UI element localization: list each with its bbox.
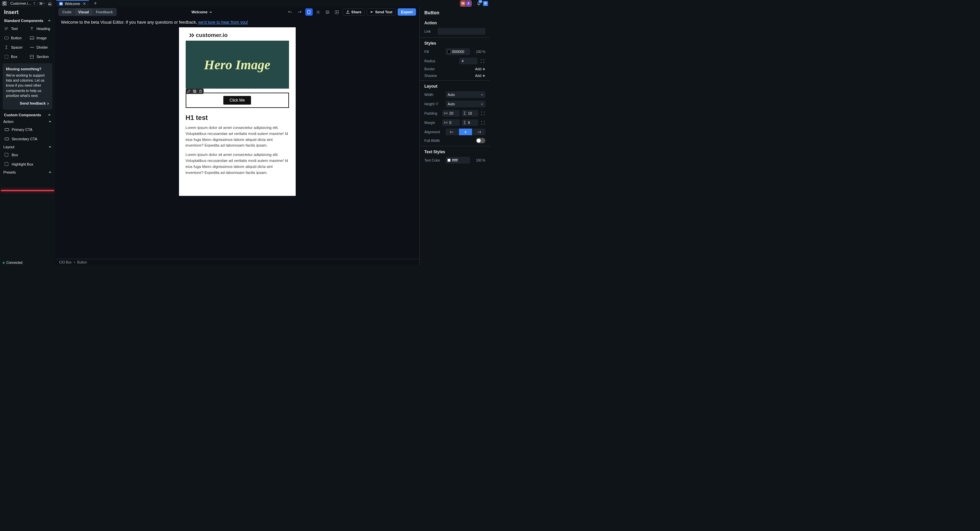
sliders-button[interactable] [324,8,331,16]
crumb[interactable]: Button [77,260,87,264]
mode-visual[interactable]: Visual [75,9,92,15]
component-custom-box[interactable]: Box [0,150,55,160]
margin-v-input[interactable] [462,119,478,126]
mail-icon [59,2,63,6]
align-left[interactable] [445,128,459,135]
alignment-segment [445,128,485,135]
play-button[interactable] [333,8,340,16]
redo-button[interactable] [296,8,303,16]
component-divider[interactable]: Divider [28,43,53,52]
chevron-down-icon [43,3,45,4]
component-heading[interactable]: Heading [28,24,53,33]
link-input[interactable] [438,28,485,35]
component-secondary-cta[interactable]: Secondary CTA [0,134,55,144]
align-center[interactable] [459,128,473,135]
add-border-button[interactable]: Add [475,67,485,71]
notifications-button[interactable]: 19 [477,2,481,6]
duplicate-button[interactable] [192,89,198,94]
new-tab-button[interactable]: + [94,0,97,6]
export-button[interactable]: Export [398,8,416,16]
reset-icon[interactable] [435,102,439,106]
device-button[interactable] [305,8,313,16]
share-button[interactable]: Share [343,8,365,16]
chevron-up-icon [48,113,51,117]
action-group-header[interactable]: Action [0,118,55,125]
radius-input[interactable] [459,58,477,64]
svg-rect-1 [4,37,8,39]
svg-rect-3 [5,55,8,58]
document-title-selector[interactable]: Welcome [119,10,284,14]
layout-group-header[interactable]: Layout [0,144,55,150]
settings-button[interactable] [315,8,322,16]
close-icon[interactable] [83,2,86,5]
text-element[interactable]: Lorem ipsum dolor sit amet consectetur a… [186,125,289,149]
text-element[interactable]: Lorem ipsum dolor sit amet consectetur a… [186,152,289,176]
delete-button[interactable] [198,89,204,94]
heading-icon [30,27,33,31]
component-highlight-box[interactable]: Highlight Box [0,160,55,169]
expand-margin-button[interactable] [480,121,485,125]
align-right[interactable] [472,128,485,135]
component-section[interactable]: Section [28,52,53,61]
svg-rect-15 [193,90,195,92]
height-select[interactable]: Auto [445,101,485,107]
user-avatar[interactable]: B [483,1,488,6]
border-label: Border [424,67,444,71]
layers-button[interactable] [39,1,45,6]
play-icon [335,10,339,14]
tab-welcome[interactable]: Welcome [56,0,89,7]
feedback-link[interactable]: we'd love to hear from you! [198,20,248,25]
presets-group-header[interactable]: Presets [0,169,55,176]
expand-padding-button[interactable] [480,112,485,115]
textcolor-input[interactable]: ffffff [445,157,470,163]
home-button[interactable] [47,1,53,6]
fill-color-input[interactable]: 000000 [445,48,470,55]
padding-v-input[interactable] [462,110,478,117]
presence-avatars[interactable]: M J [460,0,472,7]
component-image[interactable]: Image [28,33,53,43]
component-text[interactable]: Text [2,24,28,33]
missing-body: We're working to support lists and colum… [6,73,49,98]
component-box[interactable]: Box [2,52,28,61]
svg-rect-0 [60,3,62,5]
email-canvas[interactable]: customer.io Hero Image Click Me H1 test … [179,27,296,196]
component-primary-cta[interactable]: Primary CTA [0,125,55,134]
corners-icon [481,112,485,115]
button-slot-selected[interactable]: Click Me [186,93,289,108]
standard-components-header[interactable]: Standard Components [0,17,55,24]
margin-h-input[interactable] [442,119,460,126]
send-test-button[interactable]: Send Test [367,8,396,16]
custom-components-header[interactable]: Custom Components [0,112,55,118]
section-label: Custom Components [4,113,41,117]
padding-h-input[interactable] [442,110,460,117]
inspector-title: Button [420,7,490,17]
box-icon [5,153,8,157]
expand-corners-button[interactable] [479,59,485,63]
textcolor-opacity[interactable]: 100 % [472,159,485,162]
hero-placeholder-text: Hero Image [204,57,270,73]
width-select[interactable]: Auto [445,91,485,98]
device-icon [307,10,311,14]
fullwidth-toggle[interactable] [476,138,485,143]
mode-code[interactable]: Code [59,9,75,15]
svg-rect-8 [5,163,8,166]
component-spacer[interactable]: Spacer [2,43,28,52]
add-shadow-button[interactable]: Add [475,74,485,78]
project-badge: C [2,1,7,6]
button-icon [5,128,9,131]
cta-button[interactable]: Click Me [223,96,251,105]
padding-h-icon [444,112,447,114]
send-feedback-link[interactable]: Send feedback [6,101,49,106]
layers-icon [39,2,43,5]
hero-image[interactable]: Hero Image [186,41,289,89]
component-button[interactable]: Button [2,33,28,43]
project-selector[interactable]: Customer.i… [8,0,38,6]
fill-opacity[interactable]: 100 % [472,50,485,54]
undo-button[interactable] [287,8,294,16]
mode-feedback[interactable]: Feedback [92,9,116,15]
heading-element[interactable]: H1 test [186,114,289,122]
edit-button[interactable] [186,89,192,94]
section-label: Standard Components [4,19,43,23]
fullwidth-label: Full Width [424,139,440,143]
crumb[interactable]: CIO Box [59,260,72,264]
